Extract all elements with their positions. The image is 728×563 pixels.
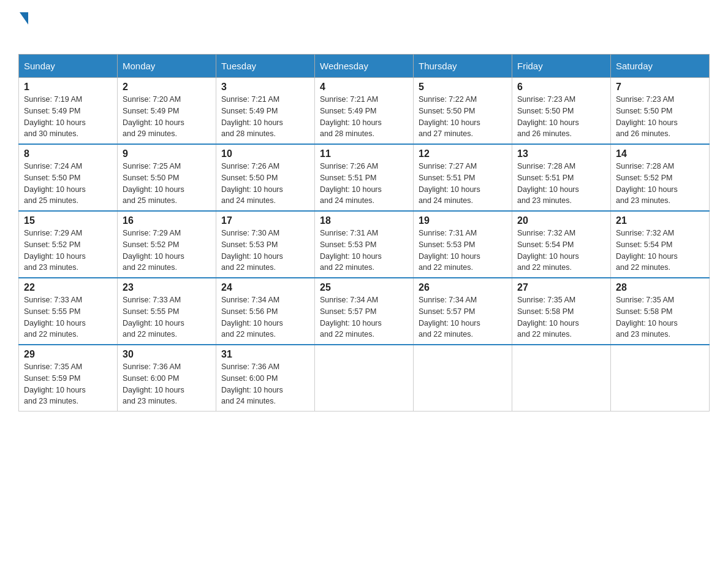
header — [18, 12, 710, 42]
day-number: 29 — [24, 349, 112, 360]
day-number: 11 — [320, 148, 408, 159]
calendar-cell: 26 Sunrise: 7:34 AMSunset: 5:57 PMDaylig… — [414, 278, 512, 345]
header-tuesday: Tuesday — [216, 55, 315, 78]
day-info: Sunrise: 7:29 AMSunset: 5:52 PMDaylight:… — [24, 229, 86, 272]
day-info: Sunrise: 7:26 AMSunset: 5:51 PMDaylight:… — [320, 162, 382, 205]
day-number: 12 — [419, 148, 507, 159]
calendar-cell: 9 Sunrise: 7:25 AMSunset: 5:50 PMDayligh… — [118, 144, 216, 211]
day-info: Sunrise: 7:22 AMSunset: 5:50 PMDaylight:… — [419, 95, 480, 138]
day-info: Sunrise: 7:34 AMSunset: 5:57 PMDaylight:… — [320, 296, 382, 339]
header-sunday: Sunday — [19, 55, 118, 78]
day-info: Sunrise: 7:31 AMSunset: 5:53 PMDaylight:… — [320, 229, 382, 272]
calendar-cell: 6 Sunrise: 7:23 AMSunset: 5:50 PMDayligh… — [512, 78, 611, 145]
calendar-cell: 25 Sunrise: 7:34 AMSunset: 5:57 PMDaylig… — [315, 278, 414, 345]
day-number: 24 — [221, 282, 309, 293]
calendar-cell: 8 Sunrise: 7:24 AMSunset: 5:50 PMDayligh… — [19, 144, 118, 211]
day-info: Sunrise: 7:20 AMSunset: 5:49 PMDaylight:… — [123, 95, 184, 138]
calendar-cell — [315, 345, 414, 412]
calendar-cell: 2 Sunrise: 7:20 AMSunset: 5:49 PMDayligh… — [118, 78, 216, 145]
calendar-week-row: 8 Sunrise: 7:24 AMSunset: 5:50 PMDayligh… — [19, 144, 710, 211]
day-info: Sunrise: 7:23 AMSunset: 5:50 PMDaylight:… — [616, 95, 678, 138]
day-number: 14 — [616, 148, 704, 159]
day-number: 25 — [320, 282, 408, 293]
day-number: 3 — [221, 82, 309, 93]
calendar-cell: 11 Sunrise: 7:26 AMSunset: 5:51 PMDaylig… — [315, 144, 414, 211]
day-number: 18 — [320, 215, 408, 226]
header-monday: Monday — [118, 55, 216, 78]
day-info: Sunrise: 7:21 AMSunset: 5:49 PMDaylight:… — [221, 95, 283, 138]
day-info: Sunrise: 7:35 AMSunset: 5:58 PMDaylight:… — [517, 296, 579, 339]
day-info: Sunrise: 7:35 AMSunset: 5:59 PMDaylight:… — [24, 362, 86, 405]
header-thursday: Thursday — [414, 55, 512, 78]
calendar-cell: 19 Sunrise: 7:31 AMSunset: 5:53 PMDaylig… — [414, 211, 512, 278]
day-info: Sunrise: 7:24 AMSunset: 5:50 PMDaylight:… — [24, 162, 86, 205]
calendar-cell: 7 Sunrise: 7:23 AMSunset: 5:50 PMDayligh… — [611, 78, 710, 145]
calendar-week-row: 29 Sunrise: 7:35 AMSunset: 5:59 PMDaylig… — [19, 345, 710, 412]
day-number: 16 — [123, 215, 211, 226]
header-saturday: Saturday — [611, 55, 710, 78]
calendar-cell: 5 Sunrise: 7:22 AMSunset: 5:50 PMDayligh… — [414, 78, 512, 145]
calendar-cell — [414, 345, 512, 412]
day-number: 17 — [221, 215, 309, 226]
day-info: Sunrise: 7:30 AMSunset: 5:53 PMDaylight:… — [221, 229, 283, 272]
day-info: Sunrise: 7:36 AMSunset: 6:00 PMDaylight:… — [123, 362, 184, 405]
day-number: 26 — [419, 282, 507, 293]
day-number: 23 — [123, 282, 211, 293]
calendar-cell: 17 Sunrise: 7:30 AMSunset: 5:53 PMDaylig… — [216, 211, 315, 278]
day-number: 1 — [24, 82, 112, 93]
calendar-table: SundayMondayTuesdayWednesdayThursdayFrid… — [18, 54, 710, 412]
day-number: 2 — [123, 82, 211, 93]
calendar-cell: 29 Sunrise: 7:35 AMSunset: 5:59 PMDaylig… — [19, 345, 118, 412]
day-info: Sunrise: 7:28 AMSunset: 5:51 PMDaylight:… — [517, 162, 579, 205]
day-number: 5 — [419, 82, 507, 93]
day-info: Sunrise: 7:23 AMSunset: 5:50 PMDaylight:… — [517, 95, 579, 138]
calendar-cell: 3 Sunrise: 7:21 AMSunset: 5:49 PMDayligh… — [216, 78, 315, 145]
day-number: 31 — [221, 349, 309, 360]
day-number: 20 — [517, 215, 605, 226]
calendar-cell: 4 Sunrise: 7:21 AMSunset: 5:49 PMDayligh… — [315, 78, 414, 145]
calendar-cell: 10 Sunrise: 7:26 AMSunset: 5:50 PMDaylig… — [216, 144, 315, 211]
day-info: Sunrise: 7:34 AMSunset: 5:56 PMDaylight:… — [221, 296, 283, 339]
calendar-cell: 20 Sunrise: 7:32 AMSunset: 5:54 PMDaylig… — [512, 211, 611, 278]
calendar-cell — [611, 345, 710, 412]
day-info: Sunrise: 7:31 AMSunset: 5:53 PMDaylight:… — [419, 229, 480, 272]
calendar-cell: 27 Sunrise: 7:35 AMSunset: 5:58 PMDaylig… — [512, 278, 611, 345]
header-friday: Friday — [512, 55, 611, 78]
calendar-cell: 23 Sunrise: 7:33 AMSunset: 5:55 PMDaylig… — [118, 278, 216, 345]
calendar-cell: 30 Sunrise: 7:36 AMSunset: 6:00 PMDaylig… — [118, 345, 216, 412]
calendar-cell — [512, 345, 611, 412]
day-number: 22 — [24, 282, 112, 293]
calendar-week-row: 1 Sunrise: 7:19 AMSunset: 5:49 PMDayligh… — [19, 78, 710, 145]
logo-triangle-icon — [20, 12, 28, 25]
calendar-cell: 14 Sunrise: 7:28 AMSunset: 5:52 PMDaylig… — [611, 144, 710, 211]
logo — [18, 12, 29, 42]
day-number: 10 — [221, 148, 309, 159]
calendar-cell: 31 Sunrise: 7:36 AMSunset: 6:00 PMDaylig… — [216, 345, 315, 412]
day-number: 6 — [517, 82, 605, 93]
day-number: 27 — [517, 282, 605, 293]
day-number: 13 — [517, 148, 605, 159]
day-info: Sunrise: 7:19 AMSunset: 5:49 PMDaylight:… — [24, 95, 86, 138]
day-info: Sunrise: 7:32 AMSunset: 5:54 PMDaylight:… — [517, 229, 579, 272]
calendar-header-row: SundayMondayTuesdayWednesdayThursdayFrid… — [19, 55, 710, 78]
header-wednesday: Wednesday — [315, 55, 414, 78]
day-number: 7 — [616, 82, 704, 93]
day-info: Sunrise: 7:32 AMSunset: 5:54 PMDaylight:… — [616, 229, 678, 272]
calendar-cell: 1 Sunrise: 7:19 AMSunset: 5:49 PMDayligh… — [19, 78, 118, 145]
day-info: Sunrise: 7:33 AMSunset: 5:55 PMDaylight:… — [24, 296, 86, 339]
calendar-cell: 28 Sunrise: 7:35 AMSunset: 5:58 PMDaylig… — [611, 278, 710, 345]
day-number: 19 — [419, 215, 507, 226]
day-info: Sunrise: 7:25 AMSunset: 5:50 PMDaylight:… — [123, 162, 184, 205]
day-number: 15 — [24, 215, 112, 226]
calendar-week-row: 15 Sunrise: 7:29 AMSunset: 5:52 PMDaylig… — [19, 211, 710, 278]
day-info: Sunrise: 7:34 AMSunset: 5:57 PMDaylight:… — [419, 296, 480, 339]
calendar-cell: 22 Sunrise: 7:33 AMSunset: 5:55 PMDaylig… — [19, 278, 118, 345]
day-info: Sunrise: 7:29 AMSunset: 5:52 PMDaylight:… — [123, 229, 184, 272]
calendar-cell: 24 Sunrise: 7:34 AMSunset: 5:56 PMDaylig… — [216, 278, 315, 345]
day-number: 4 — [320, 82, 408, 93]
day-number: 9 — [123, 148, 211, 159]
calendar-cell: 16 Sunrise: 7:29 AMSunset: 5:52 PMDaylig… — [118, 211, 216, 278]
day-info: Sunrise: 7:26 AMSunset: 5:50 PMDaylight:… — [221, 162, 283, 205]
calendar-cell: 21 Sunrise: 7:32 AMSunset: 5:54 PMDaylig… — [611, 211, 710, 278]
day-number: 28 — [616, 282, 704, 293]
